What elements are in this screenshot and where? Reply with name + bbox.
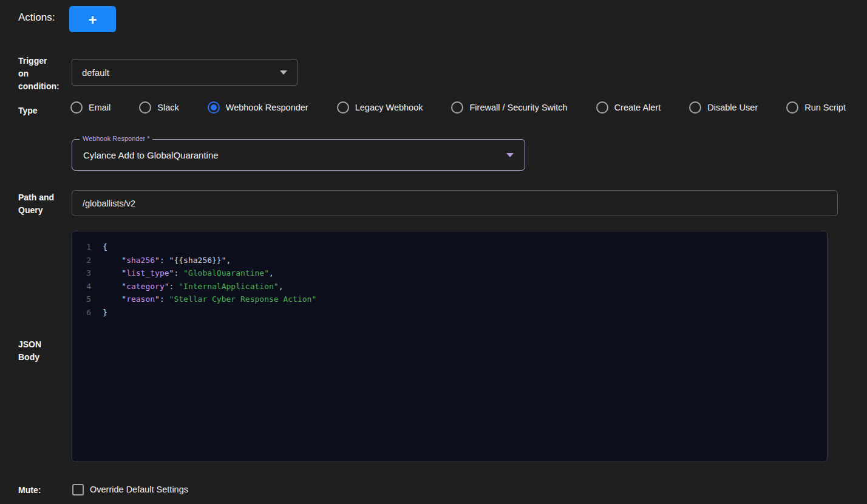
mute-label: Mute: — [18, 484, 41, 497]
json-body-editor[interactable]: 123456 { "sha256": "{{sha256}}", "list_t… — [72, 231, 828, 462]
type-label: Type — [18, 104, 38, 117]
radio-icon — [139, 101, 151, 114]
radio-label: Legacy Webhook — [355, 103, 423, 112]
type-radio-group: Email Slack Webhook Responder Legacy Web… — [70, 101, 846, 114]
chevron-down-icon — [506, 153, 514, 157]
radio-icon — [337, 101, 349, 114]
radio-webhook-responder[interactable]: Webhook Responder — [208, 101, 308, 114]
action-configuration-form: Actions: + Trigger on condition: default… — [0, 0, 867, 504]
radio-label: Email — [89, 103, 110, 112]
radio-icon — [208, 101, 220, 114]
radio-icon — [70, 101, 83, 114]
webhook-responder-field-label: Webhook Responder * — [80, 135, 152, 142]
override-default-settings-checkbox[interactable] — [72, 484, 84, 495]
radio-icon — [451, 101, 463, 114]
code-gutter: 123456 — [72, 240, 99, 461]
override-default-settings-label: Override Default Settings — [90, 485, 188, 494]
add-action-button[interactable]: + — [69, 6, 116, 32]
json-body-label: JSON Body — [18, 338, 49, 364]
path-query-label: Path and Query — [18, 191, 61, 217]
radio-label: Run Script — [804, 103, 846, 112]
radio-label: Disable User — [707, 103, 758, 112]
radio-email[interactable]: Email — [70, 101, 110, 114]
trigger-condition-select[interactable]: default — [72, 59, 298, 86]
radio-create-alert[interactable]: Create Alert — [596, 101, 661, 114]
webhook-responder-value: Cylance Add to GlobalQuarantine — [83, 150, 219, 160]
path-query-input[interactable] — [72, 190, 838, 216]
radio-slack[interactable]: Slack — [139, 101, 178, 114]
radio-firewall-security-switch[interactable]: Firewall / Security Switch — [451, 101, 567, 114]
radio-disable-user[interactable]: Disable User — [689, 101, 758, 114]
radio-run-script[interactable]: Run Script — [786, 101, 846, 114]
trigger-condition-value: default — [82, 67, 109, 78]
radio-label: Create Alert — [614, 103, 661, 112]
radio-icon — [596, 101, 608, 114]
code-lines: { "sha256": "{{sha256}}", "list_type": "… — [99, 240, 827, 461]
radio-label: Webhook Responder — [226, 103, 308, 112]
webhook-responder-select[interactable]: Webhook Responder * Cylance Add to Globa… — [72, 139, 525, 171]
radio-label: Slack — [157, 103, 178, 112]
actions-label: Actions: — [18, 12, 55, 24]
chevron-down-icon — [280, 70, 287, 75]
radio-label: Firewall / Security Switch — [469, 103, 567, 112]
radio-icon — [786, 101, 798, 114]
radio-icon — [689, 101, 701, 114]
trigger-condition-label: Trigger on condition: — [18, 55, 57, 93]
radio-legacy-webhook[interactable]: Legacy Webhook — [337, 101, 423, 114]
